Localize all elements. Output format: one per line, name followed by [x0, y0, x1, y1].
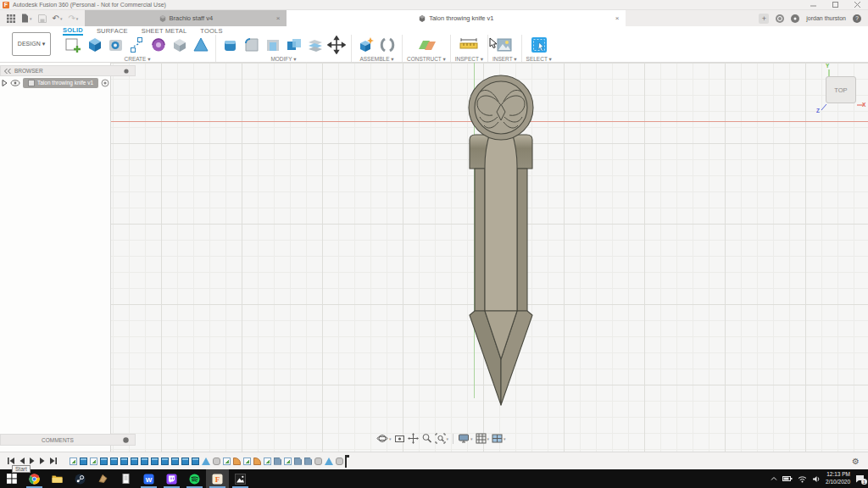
document-tab-brachio-staff[interactable]: Brachio staff v4 × [85, 10, 287, 26]
timeline-feature-fillet-icon[interactable] [253, 458, 261, 465]
group-label-insert[interactable]: INSERT ▾ [492, 56, 517, 63]
group-label-assemble[interactable]: ASSEMBLE ▾ [359, 56, 393, 63]
timeline-feature-form-icon[interactable] [336, 458, 343, 465]
timeline-feature-extrude-icon[interactable] [80, 458, 87, 465]
ribbon-tab-sheet-metal[interactable]: SHEET METAL [142, 27, 187, 35]
wifi-icon[interactable] [798, 475, 807, 483]
new-component-icon[interactable] [356, 35, 376, 55]
comments-panel-header[interactable]: COMMENTS [0, 434, 136, 446]
timeline-feature-extrude-icon[interactable] [151, 458, 159, 465]
sweep-icon[interactable] [127, 35, 147, 55]
save-icon[interactable] [38, 14, 47, 23]
shell-icon[interactable] [263, 35, 283, 55]
panel-options-icon[interactable] [123, 68, 130, 75]
visibility-eye-icon[interactable] [10, 80, 20, 86]
browser-item-component[interactable]: Talon throwing knife v1 [23, 78, 98, 88]
group-label-create[interactable]: CREATE ▾ [125, 56, 151, 63]
timeline-feature-form-icon[interactable] [314, 458, 322, 465]
close-tab-icon[interactable]: × [615, 14, 620, 22]
timeline-marker[interactable] [345, 455, 347, 468]
timeline-feature-extrude-icon[interactable] [161, 458, 169, 465]
undo-icon[interactable]: ↶▾ [53, 14, 63, 23]
help-icon[interactable]: ? [853, 14, 861, 23]
timeline-feature-chamfer-icon[interactable] [304, 458, 312, 465]
viewports-icon[interactable]: ▾ [492, 433, 506, 444]
data-panel-icon[interactable] [7, 14, 15, 23]
battery-icon[interactable] [782, 475, 793, 482]
measure-icon[interactable] [459, 35, 479, 55]
orbit-icon[interactable]: ▾ [376, 433, 392, 444]
new-tab-icon[interactable]: + [759, 14, 769, 24]
ribbon-tab-tools[interactable]: TOOLS [200, 27, 222, 35]
timeline-feature-chamfer-icon[interactable] [294, 458, 302, 465]
viewcube-face-top[interactable]: TOP [826, 76, 856, 103]
split-body-icon[interactable] [305, 35, 326, 55]
ribbon-tab-solid[interactable]: SOLID [63, 26, 83, 36]
window-titlebar[interactable]: F Autodesk Fusion 360 (Personal - Not fo… [0, 0, 868, 10]
timeline-settings-gear-icon[interactable]: ⚙ [852, 457, 868, 466]
coil-icon[interactable] [148, 35, 169, 55]
expand-node-icon[interactable] [2, 80, 8, 86]
taskbar-notepad-icon[interactable] [114, 469, 137, 488]
group-label-construct[interactable]: CONSTRUCT ▾ [407, 56, 446, 63]
timeline-feature-extrude-icon[interactable] [141, 458, 148, 465]
taskbar-twitch-icon[interactable] [160, 469, 183, 488]
group-label-inspect[interactable]: INSPECT ▾ [455, 56, 483, 63]
fillet-icon[interactable] [242, 35, 262, 55]
viewcube[interactable]: TOP Y X Z [815, 66, 866, 115]
timeline-feature-chamfer-icon[interactable] [274, 458, 281, 465]
group-label-select[interactable]: SELECT ▾ [526, 56, 552, 63]
minimize-icon[interactable] [802, 0, 824, 9]
zoom-icon[interactable] [421, 433, 432, 444]
collapse-panel-icon[interactable] [3, 68, 12, 75]
look-at-icon[interactable] [394, 433, 405, 444]
pan-icon[interactable] [408, 433, 419, 444]
action-center-icon[interactable]: 1 [855, 474, 865, 483]
combine-icon[interactable] [284, 35, 304, 55]
timeline-feature-sketch-icon[interactable] [90, 458, 97, 465]
timeline-feature-extrude-icon[interactable] [181, 458, 189, 465]
timeline-feature-sketch-icon[interactable] [284, 458, 292, 465]
timeline-feature-form-icon[interactable] [213, 458, 220, 465]
fit-icon[interactable]: ▾ [435, 433, 449, 444]
revolve-icon[interactable] [106, 35, 126, 55]
joint-icon[interactable] [377, 35, 398, 55]
timeline-step-forward-icon[interactable] [39, 453, 46, 469]
timeline-feature-extrude-icon[interactable] [171, 458, 179, 465]
file-menu-icon[interactable]: ▾ [21, 14, 32, 23]
timeline-feature-extrude-icon[interactable] [100, 458, 108, 465]
timeline-feature-sketch-icon[interactable] [264, 458, 271, 465]
timeline-feature-extrude-icon[interactable] [110, 458, 118, 465]
timeline-feature-extrude-icon[interactable] [131, 458, 138, 465]
close-tab-icon[interactable]: × [276, 14, 281, 22]
job-status-icon[interactable] [776, 14, 784, 23]
taskbar-photos-icon[interactable] [229, 469, 252, 488]
timeline-feature-sketch-icon[interactable] [70, 458, 77, 465]
tray-expand-chevron-icon[interactable] [771, 476, 777, 481]
activate-component-icon[interactable] [101, 79, 109, 87]
timeline-feature-sketch-icon[interactable] [223, 458, 231, 465]
timeline-feature-cone-icon[interactable] [325, 458, 333, 465]
taskbar-hand-tool-app-icon[interactable] [92, 469, 114, 488]
taskbar-file-explorer-icon[interactable] [46, 469, 69, 488]
group-label-modify[interactable]: MODIFY ▾ [270, 56, 296, 63]
timeline-feature-extrude-icon[interactable] [120, 458, 128, 465]
timeline-feature-cone-icon[interactable] [202, 458, 210, 465]
knife-model[interactable] [467, 73, 535, 412]
primitive-box-icon[interactable] [170, 35, 190, 55]
taskbar-webull-icon[interactable]: W [137, 469, 160, 488]
grid-settings-icon[interactable]: ▾ [476, 433, 490, 444]
display-settings-icon[interactable]: ▾ [458, 433, 473, 444]
document-tab-talon-knife[interactable]: Talon throwing knife v1 × [287, 10, 626, 26]
timeline-feature-extrude-icon[interactable] [192, 458, 199, 465]
construct-plane-icon[interactable] [416, 35, 437, 55]
extrude-icon[interactable] [85, 35, 105, 55]
viewport-canvas[interactable]: BROWSER Talon throwing knife v1 COMMENTS… [0, 63, 868, 452]
design-workspace-button[interactable]: DESIGN ▾ [12, 32, 51, 56]
browser-panel-header[interactable]: BROWSER [0, 65, 136, 76]
ribbon-tab-surface[interactable]: SURFACE [97, 27, 128, 35]
close-icon[interactable] [846, 0, 868, 9]
timeline-feature-fillet-icon[interactable] [233, 458, 241, 465]
maximize-icon[interactable] [824, 0, 846, 9]
taskbar-steam-icon[interactable] [69, 469, 92, 488]
